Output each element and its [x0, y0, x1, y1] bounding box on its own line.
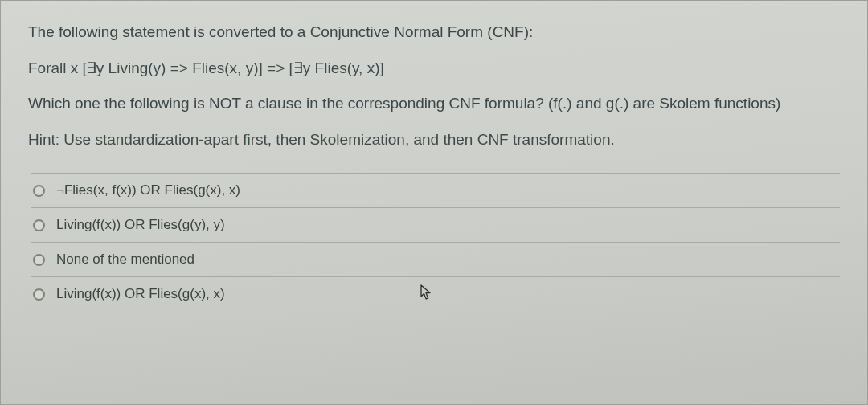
option-label: None of the mentioned — [56, 252, 838, 268]
stem-intro: The following statement is converted to … — [28, 22, 840, 43]
radio-icon[interactable] — [33, 219, 45, 231]
option-label: Living(f(x)) OR Flies(g(y), y) — [56, 217, 838, 233]
option-label: Living(f(x)) OR Flies(g(x), x) — [56, 286, 838, 302]
option-b[interactable]: Living(f(x)) OR Flies(g(y), y) — [31, 208, 840, 243]
options-list: ¬Flies(x, f(x)) OR Flies(g(x), x) Living… — [28, 173, 840, 311]
option-d[interactable]: Living(f(x)) OR Flies(g(x), x) — [31, 277, 840, 311]
option-a[interactable]: ¬Flies(x, f(x)) OR Flies(g(x), x) — [31, 173, 840, 208]
radio-icon[interactable] — [33, 288, 45, 301]
option-c[interactable]: None of the mentioned — [31, 243, 840, 277]
question-stem: The following statement is converted to … — [28, 22, 840, 150]
option-label: ¬Flies(x, f(x)) OR Flies(g(x), x) — [56, 182, 838, 198]
stem-formula: Forall x [∃y Living(y) => Flies(x, y)] =… — [28, 58, 840, 80]
radio-icon[interactable] — [33, 254, 45, 266]
stem-hint: Hint: Use standardization-apart first, t… — [28, 129, 840, 151]
stem-prompt: Which one the following is NOT a clause … — [28, 93, 840, 115]
question-card: The following statement is converted to … — [0, 0, 868, 405]
radio-icon[interactable] — [33, 185, 45, 197]
